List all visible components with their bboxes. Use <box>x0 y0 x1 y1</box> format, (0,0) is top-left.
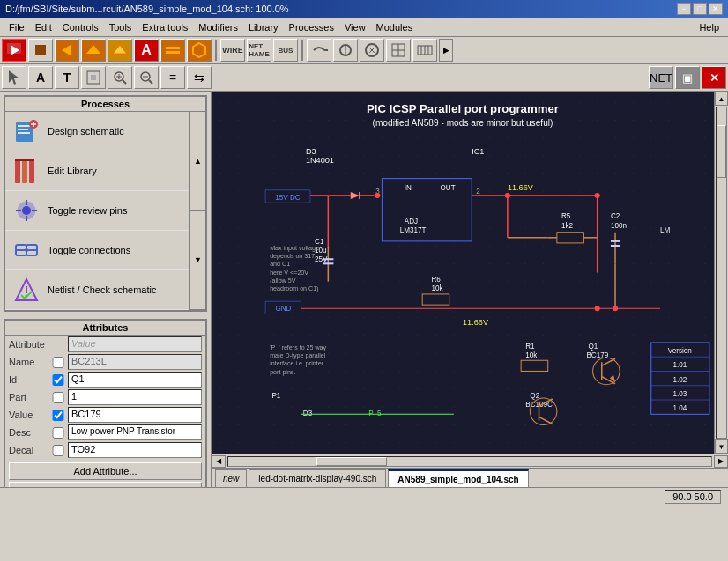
svg-text:male D-type parallel: male D-type parallel <box>270 352 326 359</box>
processes-scroll-down[interactable]: ▼ <box>190 211 205 311</box>
toolbar-btn-4[interactable] <box>81 39 106 62</box>
tb2-btn-equals[interactable]: = <box>160 66 185 89</box>
tab-an589[interactable]: AN589_simple_mod_104.sch <box>388 469 528 487</box>
toolbar1: A WIRE NETHAME BUS ▶ <box>0 37 728 64</box>
attr-decal-value[interactable]: TO92 <box>68 442 202 458</box>
h-scroll-thumb[interactable] <box>316 457 387 466</box>
toolbar-btn-wire[interactable]: WIRE <box>220 39 245 62</box>
attr-desc-value[interactable]: Low power PNP Transistor <box>68 424 202 440</box>
close-window-button[interactable]: ✕ <box>709 3 723 15</box>
process-toggle-review[interactable]: Toggle review pins <box>5 191 189 231</box>
svg-rect-7 <box>166 51 180 54</box>
attr-part-check[interactable] <box>52 392 64 403</box>
toolbar-btn-2[interactable] <box>28 39 53 62</box>
attr-id-value[interactable]: Q1 <box>68 372 202 388</box>
process-netlist-check[interactable]: Netlist / Check schematic <box>5 270 189 310</box>
svg-text:C2: C2 <box>611 212 620 220</box>
maximize-button[interactable]: □ <box>693 3 707 15</box>
menu-tools[interactable]: Tools <box>104 20 137 34</box>
attr-value-value[interactable]: BC179 <box>68 407 202 423</box>
toolbar-btn-11[interactable] <box>360 39 384 62</box>
processes-wrapper: Design schematic Edit Library <box>5 112 205 310</box>
toolbar-btn-hex[interactable] <box>187 39 212 62</box>
svg-text:GND: GND <box>275 305 291 313</box>
toolbar-btn-A[interactable]: A <box>134 39 159 62</box>
tab-led-label: led-dot-matrix-display-490.sch <box>258 474 376 483</box>
menu-controls[interactable]: Controls <box>57 20 104 34</box>
toolbar-more-button[interactable]: ▶ <box>439 39 453 62</box>
attr-desc-check[interactable] <box>52 427 64 439</box>
tab-new[interactable]: new <box>215 469 247 487</box>
left-panel: Processes <box>0 92 212 487</box>
svg-rect-2 <box>35 45 46 55</box>
tb2-btn-zoom-in[interactable] <box>108 66 132 89</box>
toggle-review-icon <box>12 196 41 225</box>
svg-text:R6: R6 <box>431 276 441 284</box>
menu-library[interactable]: Library <box>243 20 284 34</box>
menu-file[interactable]: File <box>4 20 30 34</box>
scroll-left-button[interactable]: ◀ <box>212 455 226 468</box>
schematic-area[interactable]: PIC ICSP Parallel port programmer (modif… <box>212 92 714 454</box>
delete-attribute-button[interactable]: Delete Attribute... <box>9 482 202 487</box>
svg-rect-40 <box>22 160 27 183</box>
scroll-track[interactable] <box>716 107 727 439</box>
attributes-header: Attributes <box>5 321 205 336</box>
toolbar-btn-10[interactable] <box>333 39 358 62</box>
tb2-right-btn1[interactable]: NET <box>649 66 673 89</box>
menu-modules[interactable]: Modules <box>371 20 419 34</box>
toolbar-btn-bars[interactable] <box>160 39 185 62</box>
tb2-btn-A[interactable]: A <box>28 66 53 89</box>
menu-modifiers[interactable]: Modifiers <box>193 20 243 34</box>
svg-text:PIC ICSP Parallel port program: PIC ICSP Parallel port programmer <box>367 102 559 115</box>
tab-led[interactable]: led-dot-matrix-display-490.sch <box>249 469 386 487</box>
title-bar: D:/jfm/SBI/Site/subm...rcuit/AN589_simpl… <box>0 0 728 18</box>
menu-bar: File Edit Controls Tools Extra tools Mod… <box>0 18 728 37</box>
toolbar-btn-nethame[interactable]: NETHAME <box>247 39 271 62</box>
attr-value-check[interactable] <box>52 410 64 421</box>
toolbar-btn-13[interactable] <box>412 39 437 62</box>
attr-name-value[interactable]: BC213L <box>68 354 202 370</box>
toolbar-btn-3[interactable] <box>55 39 79 62</box>
attr-name-check[interactable] <box>52 357 64 368</box>
svg-text:depends on 317: depends on 317 <box>270 253 315 260</box>
toolbar-btn-bus[interactable]: BUS <box>273 39 298 62</box>
toolbar-sep-1 <box>215 40 217 61</box>
attr-part-value[interactable]: 1 <box>68 389 202 405</box>
tb2-btn-swap[interactable]: ⇆ <box>187 66 212 89</box>
process-design-schematic[interactable]: Design schematic <box>5 112 189 151</box>
window-title: D:/jfm/SBI/Site/subm...rcuit/AN589_simpl… <box>5 4 289 14</box>
menu-edit[interactable]: Edit <box>30 20 57 34</box>
menu-processes[interactable]: Processes <box>284 20 339 34</box>
attr-decal-check[interactable] <box>52 445 64 456</box>
svg-text:here V <=20V: here V <=20V <box>270 269 308 277</box>
toolbar-btn-9[interactable] <box>307 39 331 62</box>
attr-id-check[interactable] <box>52 374 64 386</box>
toolbar-btn-12[interactable] <box>386 39 411 62</box>
tb2-btn-zoom-out[interactable] <box>134 66 159 89</box>
svg-text:D3: D3 <box>306 147 316 156</box>
scroll-thumb[interactable] <box>717 125 726 178</box>
svg-marker-3 <box>62 45 71 55</box>
tb2-btn-cursor[interactable] <box>2 66 26 89</box>
svg-text:1.04: 1.04 <box>672 404 687 412</box>
menu-view[interactable]: View <box>339 20 371 34</box>
tb2-close-btn[interactable]: ✕ <box>702 66 726 89</box>
add-attribute-button[interactable]: Add Attribute... <box>9 462 202 480</box>
svg-rect-72 <box>382 179 472 241</box>
scroll-up-button[interactable]: ▲ <box>715 92 728 106</box>
toolbar-btn-1[interactable] <box>2 39 26 62</box>
scroll-down-button[interactable]: ▼ <box>715 439 728 454</box>
tb2-right-btn2[interactable]: ▣ <box>675 66 700 89</box>
processes-scroll-up[interactable]: ▲ <box>190 112 205 211</box>
toolbar-btn-5[interactable] <box>108 39 132 62</box>
process-toggle-connections[interactable]: Toggle connections <box>5 231 189 270</box>
h-scroll-track[interactable] <box>227 456 712 467</box>
tb2-btn-T[interactable]: T <box>55 66 79 89</box>
tb2-btn-grid[interactable] <box>81 66 106 89</box>
process-edit-library[interactable]: Edit Library <box>5 151 189 191</box>
attr-row-part: Part 1 <box>5 388 205 406</box>
menu-extra-tools[interactable]: Extra tools <box>137 20 193 34</box>
menu-help[interactable]: Help <box>694 20 724 34</box>
minimize-button[interactable]: − <box>677 3 691 15</box>
scroll-right-button[interactable]: ▶ <box>714 455 728 468</box>
